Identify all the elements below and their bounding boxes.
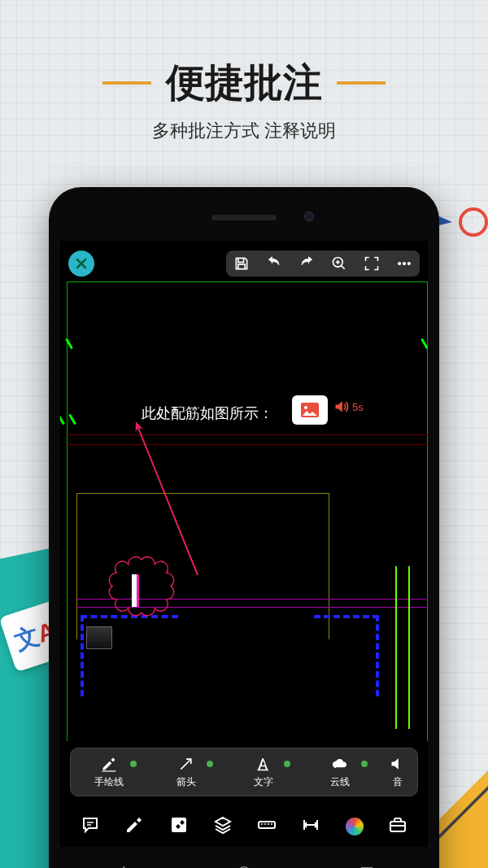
cloud-icon: [331, 756, 349, 772]
tool-cloud[interactable]: 云线: [302, 756, 379, 789]
annotation-text[interactable]: 此处配筋如图所示：: [142, 403, 273, 423]
save-button[interactable]: [233, 255, 251, 273]
hero-subtitle: 多种批注方式 注释说明: [0, 119, 488, 143]
cad-canvas[interactable]: 此处配筋如图所示： 5s: [60, 281, 428, 741]
measure-button[interactable]: [257, 815, 277, 838]
tool-label: 音: [393, 775, 403, 789]
undo-button[interactable]: [265, 255, 283, 273]
svg-point-6: [407, 262, 410, 264]
phone-mockup: 此处配筋如图所示： 5s 手绘线: [49, 187, 439, 868]
color-wheel-icon: [346, 818, 364, 835]
bottom-toolbar: [60, 806, 428, 847]
hero-title-text: 便捷批注: [166, 57, 322, 109]
arrow-icon: [177, 756, 195, 772]
app-screen: 此处配筋如图所示： 5s 手绘线: [60, 241, 428, 847]
svg-point-8: [304, 406, 307, 409]
tool-freehand[interactable]: 手绘线: [71, 756, 148, 789]
tool-text[interactable]: 文字: [224, 756, 302, 789]
annotation-tools-row: 手绘线 箭头 文字 云线 音: [70, 748, 418, 796]
tool-label: 手绘线: [94, 775, 124, 789]
tool-audio[interactable]: 音: [379, 756, 417, 789]
toolbox-button[interactable]: [388, 815, 407, 838]
phone-bezel-top: [60, 198, 428, 241]
tool-label: 云线: [330, 775, 350, 789]
speaker-icon: [333, 399, 350, 415]
android-nav-bar: [60, 852, 428, 868]
nav-recent-button[interactable]: [358, 864, 376, 868]
color-button[interactable]: [346, 818, 364, 835]
top-toolbar: [226, 251, 420, 277]
svg-rect-12: [259, 822, 275, 828]
speaker-icon: [389, 756, 407, 772]
zoom-button[interactable]: [330, 255, 348, 273]
dash-left: [102, 81, 151, 85]
more-button[interactable]: [395, 255, 413, 273]
pencil-underline-icon: [100, 756, 118, 772]
badge-dot: [284, 761, 290, 767]
badge-dot: [207, 761, 213, 767]
layers-button[interactable]: [213, 815, 233, 838]
tool-arrow[interactable]: 箭头: [148, 756, 225, 789]
audio-annotation-badge[interactable]: 5s: [333, 399, 364, 415]
cloud-annotation[interactable]: [105, 554, 178, 627]
redo-button[interactable]: [298, 255, 316, 273]
svg-point-5: [403, 262, 405, 264]
phone-speaker: [211, 215, 277, 220]
svg-marker-9: [132, 421, 142, 432]
edit-button[interactable]: [169, 815, 189, 838]
audio-duration: 5s: [352, 401, 364, 413]
svg-rect-10: [102, 770, 116, 771]
decor-red-circle: [459, 207, 488, 237]
image-annotation-badge[interactable]: [292, 395, 328, 425]
tool-label: 箭头: [176, 775, 196, 789]
arrow-annotation[interactable]: [137, 428, 198, 576]
badge-dot: [361, 761, 368, 767]
nav-back-button[interactable]: [112, 864, 130, 868]
svg-point-4: [399, 262, 401, 264]
badge-dot: [130, 761, 137, 767]
draw-button[interactable]: [124, 815, 144, 838]
phone-camera: [304, 212, 314, 221]
text-icon: [255, 756, 272, 772]
dash-right: [337, 81, 386, 85]
comment-button[interactable]: [81, 815, 100, 838]
hero-header: 便捷批注 多种批注方式 注释说明: [0, 0, 488, 143]
tool-label: 文字: [254, 775, 273, 789]
image-icon: [299, 402, 320, 418]
close-button[interactable]: [68, 251, 94, 277]
fullscreen-button[interactable]: [363, 255, 381, 273]
dimension-button[interactable]: [301, 815, 320, 838]
close-icon: [76, 258, 87, 269]
hero-title: 便捷批注: [0, 57, 488, 109]
nav-home-button[interactable]: [235, 864, 253, 868]
